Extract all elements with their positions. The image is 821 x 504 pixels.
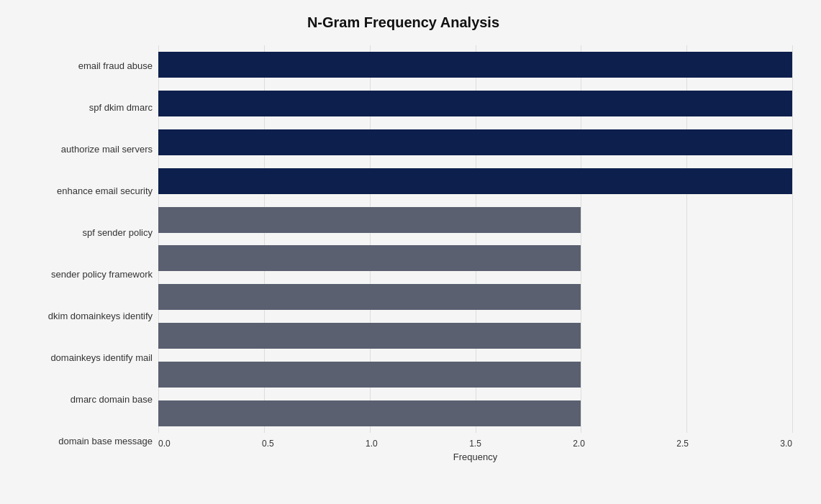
y-axis-label: dkim domainkeys identify xyxy=(14,298,153,334)
bars-wrapper xyxy=(158,45,792,433)
bar-row xyxy=(158,86,792,122)
bar xyxy=(158,52,792,78)
grid-line xyxy=(792,45,793,433)
bar-row xyxy=(158,279,792,315)
y-axis-label: dmarc domain base xyxy=(14,382,153,418)
bar xyxy=(158,207,581,233)
x-tick: 1.5 xyxy=(469,439,481,449)
x-axis: 0.00.51.01.52.02.53.0 xyxy=(158,439,792,449)
x-tick: 2.0 xyxy=(573,439,585,449)
bar-row xyxy=(158,124,792,160)
bar xyxy=(158,245,581,271)
bar xyxy=(158,323,581,349)
chart-title: N-Gram Frequency Analysis xyxy=(14,14,792,31)
y-axis-label: sender policy framework xyxy=(14,257,153,293)
y-axis-label: enhance email security xyxy=(14,173,153,209)
bar xyxy=(158,362,581,388)
bar-row xyxy=(158,202,792,238)
x-tick: 0.5 xyxy=(262,439,274,449)
bar-row xyxy=(158,357,792,393)
x-axis-label: Frequency xyxy=(158,452,792,462)
y-axis-label: spf dkim dmarc xyxy=(14,90,153,126)
y-axis-label: domain base message xyxy=(14,423,153,459)
bar-row xyxy=(158,47,792,83)
bar xyxy=(158,400,581,426)
y-axis-labels: email fraud abusespf dkim dmarcauthorize… xyxy=(14,45,158,462)
x-tick: 3.0 xyxy=(780,439,792,449)
y-axis-label: domainkeys identify mail xyxy=(14,340,153,376)
chart-area: email fraud abusespf dkim dmarcauthorize… xyxy=(14,45,792,462)
bar-row xyxy=(158,163,792,199)
bar-row xyxy=(158,318,792,354)
bar xyxy=(158,129,792,155)
bar-row xyxy=(158,395,792,431)
bars-grid xyxy=(158,45,792,433)
bar xyxy=(158,168,792,194)
x-tick: 1.0 xyxy=(366,439,378,449)
bar-row xyxy=(158,240,792,276)
bar xyxy=(158,91,792,116)
y-axis-label: authorize mail servers xyxy=(14,132,153,168)
x-tick: 2.5 xyxy=(676,439,689,449)
y-axis-label: email fraud abuse xyxy=(14,48,153,84)
bar xyxy=(158,284,581,310)
y-axis-label: spf sender policy xyxy=(14,215,153,251)
chart-container: N-Gram Frequency Analysis email fraud ab… xyxy=(0,0,821,504)
x-tick: 0.0 xyxy=(158,439,171,449)
